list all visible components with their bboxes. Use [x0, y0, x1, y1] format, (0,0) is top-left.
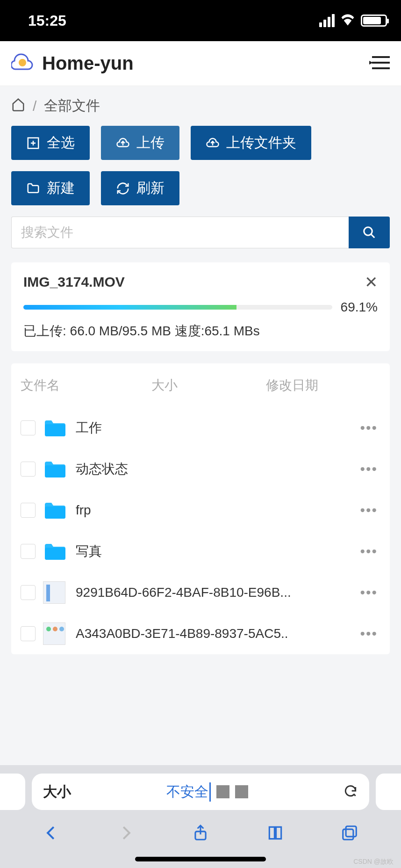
file-row[interactable]: frp••• [11, 490, 390, 531]
folder-icon [43, 417, 65, 439]
select-all-icon [26, 136, 40, 150]
file-name: frp [73, 503, 350, 518]
share-button[interactable] [191, 823, 210, 843]
reload-button[interactable] [343, 783, 358, 800]
prev-tab-peek[interactable] [0, 774, 25, 810]
col-name[interactable]: 文件名 [21, 376, 151, 394]
cloud-upload-icon [116, 136, 130, 150]
browser-chrome: 大小 不安全 CSDN @故欧 [0, 765, 401, 868]
file-name: 写真 [73, 542, 350, 560]
svg-line-9 [371, 234, 375, 238]
progress-bar [23, 305, 332, 310]
app-header: Home-yun [0, 41, 401, 86]
app-title: Home-yun [42, 53, 134, 74]
folder-icon [43, 499, 65, 521]
image-thumbnail [43, 622, 65, 645]
file-row[interactable]: 9291B64D-66F2-4BAF-8B10-E96B...••• [11, 572, 390, 613]
folder-icon [26, 181, 40, 195]
file-row[interactable]: 工作••• [11, 407, 390, 448]
select-all-button[interactable]: 全选 [11, 126, 90, 160]
svg-rect-11 [45, 465, 65, 477]
row-checkbox[interactable] [21, 503, 36, 518]
status-time: 15:25 [28, 12, 66, 29]
search-input[interactable] [11, 217, 349, 248]
tabs-button[interactable] [340, 823, 359, 843]
svg-rect-16 [346, 826, 356, 837]
folder-icon [43, 540, 65, 563]
redacted-block [235, 785, 248, 798]
status-bar: 15:25 [0, 0, 401, 41]
svg-point-8 [364, 227, 372, 236]
toolbar: 全选 上传 上传文件夹 新建 刷新 [0, 121, 401, 214]
home-indicator[interactable] [135, 857, 266, 861]
signal-icon [319, 14, 335, 27]
row-checkbox[interactable] [21, 626, 36, 641]
upload-close-button[interactable]: ✕ [365, 273, 378, 291]
redacted-block [216, 785, 229, 798]
address-bar[interactable]: 大小 不安全 [32, 774, 369, 810]
row-checkbox[interactable] [21, 420, 36, 435]
upload-progress-card: IMG_3174.MOV ✕ 69.1% 已上传: 66.0 MB/95.5 M… [11, 262, 390, 351]
file-row[interactable]: 动态状态••• [11, 448, 390, 490]
battery-icon [361, 14, 387, 27]
more-button[interactable]: ••• [357, 543, 380, 559]
col-size[interactable]: 大小 [151, 376, 266, 394]
bookmarks-button[interactable] [265, 823, 285, 843]
list-header: 文件名 大小 修改日期 [11, 363, 390, 407]
upload-stats: 已上传: 66.0 MB/95.5 MB 速度:65.1 MBs [23, 322, 378, 340]
file-row[interactable]: A343A0BD-3E71-4B89-8937-5AC5..••• [11, 613, 390, 654]
breadcrumb: / 全部文件 [0, 86, 401, 121]
status-indicators [319, 12, 387, 29]
new-button[interactable]: 新建 [11, 171, 90, 205]
file-list: 文件名 大小 修改日期 工作•••动态状态•••frp•••写真•••9291B… [11, 363, 390, 654]
upload-filename: IMG_3174.MOV [23, 274, 125, 290]
file-name: 工作 [73, 419, 350, 437]
wifi-icon [339, 12, 356, 29]
forward-button[interactable] [116, 823, 136, 843]
text-size-button[interactable]: 大小 [43, 782, 71, 802]
app-logo[interactable]: Home-yun [11, 51, 369, 76]
upload-button[interactable]: 上传 [101, 126, 179, 160]
svg-marker-4 [369, 61, 373, 65]
progress-fill [23, 305, 236, 310]
search-icon [362, 225, 376, 239]
folder-icon [43, 458, 65, 480]
svg-rect-13 [45, 548, 65, 560]
svg-point-0 [19, 59, 26, 66]
row-checkbox[interactable] [21, 544, 36, 559]
progress-percent: 69.1% [341, 300, 378, 315]
file-row[interactable]: 写真••• [11, 531, 390, 572]
menu-button[interactable] [369, 54, 390, 73]
refresh-icon [116, 181, 130, 195]
back-button[interactable] [42, 823, 61, 843]
next-tab-peek[interactable] [376, 774, 401, 810]
file-name: A343A0BD-3E71-4B89-8937-5AC5.. [73, 626, 350, 641]
row-checkbox[interactable] [21, 585, 36, 600]
col-date[interactable]: 修改日期 [266, 376, 380, 394]
svg-rect-12 [45, 506, 65, 519]
cloud-upload-icon [206, 136, 220, 150]
cloud-logo-icon [11, 51, 34, 76]
more-button[interactable]: ••• [357, 585, 380, 600]
breadcrumb-separator: / [33, 98, 36, 114]
refresh-button[interactable]: 刷新 [101, 171, 179, 205]
search-button[interactable] [349, 217, 390, 248]
watermark: CSDN @故欧 [353, 858, 394, 866]
svg-rect-10 [45, 424, 65, 436]
browser-toolbar [0, 814, 401, 848]
upload-folder-button[interactable]: 上传文件夹 [191, 126, 311, 160]
more-button[interactable]: ••• [357, 461, 380, 477]
search-bar [11, 217, 390, 248]
file-name: 动态状态 [73, 460, 350, 478]
breadcrumb-current[interactable]: 全部文件 [44, 96, 100, 116]
more-button[interactable]: ••• [357, 626, 380, 642]
home-icon[interactable] [11, 97, 25, 115]
svg-rect-15 [343, 829, 353, 839]
more-button[interactable]: ••• [357, 420, 380, 436]
more-button[interactable]: ••• [357, 502, 380, 518]
row-checkbox[interactable] [21, 462, 36, 477]
image-thumbnail [43, 581, 65, 604]
file-name: 9291B64D-66F2-4BAF-8B10-E96B... [73, 585, 350, 600]
address-label: 不安全 [76, 782, 338, 802]
